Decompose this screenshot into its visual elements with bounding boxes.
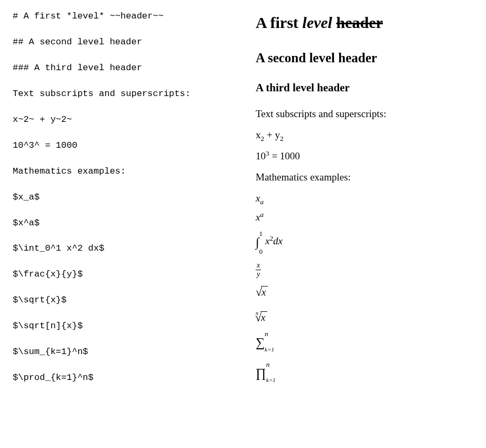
- src-line: $\int_0^1 x^2 dx$: [13, 243, 230, 255]
- limit-lower: k=1: [266, 377, 276, 383]
- nth-root: n √ x: [256, 311, 267, 323]
- src-line: # A first *level* ~~header~~: [13, 11, 230, 23]
- limit-lower: k=1: [265, 346, 274, 352]
- math-nth-root: n √ x: [256, 306, 473, 323]
- var-y: y: [275, 129, 280, 140]
- subscript-example: x2 + y2: [256, 129, 473, 141]
- var-x: x: [256, 129, 261, 140]
- pi-icon: ∏: [256, 367, 266, 379]
- numerator: x: [256, 261, 261, 270]
- src-line: Text subscripts and superscripts:: [13, 88, 230, 100]
- math-sqrt: √ x: [256, 286, 473, 299]
- plus: +: [264, 129, 275, 140]
- h1-strike: header: [336, 14, 382, 31]
- paragraph: Mathematics examples:: [256, 171, 473, 183]
- src-line: $\sqrt{x}$: [13, 294, 230, 307]
- radicand: x: [261, 286, 267, 298]
- src-line: Mathematics examples:: [13, 166, 230, 178]
- square-root: √ x: [256, 286, 268, 298]
- prod-limits: nk=1: [266, 361, 276, 385]
- markdown-source-pane: # A first *level* ~~header~~ ## A second…: [0, 0, 243, 448]
- src-line: x~2~ + y~2~: [13, 114, 230, 126]
- sub-a: a: [260, 198, 264, 206]
- rendered-output-pane: A first level header A second level head…: [243, 0, 486, 448]
- radicand: x: [260, 311, 267, 323]
- integral-icon: ∫: [256, 236, 259, 249]
- paragraph: Text subscripts and superscripts:: [256, 108, 473, 120]
- base-10: 10: [256, 150, 266, 161]
- sub-2: 2: [280, 135, 284, 142]
- sigma-icon: ∑: [256, 336, 265, 349]
- src-line: $x_a$: [13, 192, 230, 204]
- sup-a: a: [260, 211, 264, 218]
- src-line: $x^a$: [13, 217, 230, 230]
- denominator: y: [256, 270, 261, 279]
- h1-italic: level: [302, 14, 332, 31]
- sum-limits: nk=1: [265, 331, 274, 354]
- heading-3: A third level header: [256, 81, 473, 94]
- math-integral: ∫10 x2dx: [256, 231, 473, 254]
- sup-3: 3: [266, 149, 269, 157]
- math-summation: ∑nk=1: [256, 331, 473, 354]
- src-line: $\sqrt[n]{x}$: [13, 320, 230, 332]
- limit-upper: n: [266, 360, 270, 368]
- limit-upper: n: [265, 330, 268, 338]
- math-fraction: x y: [256, 261, 473, 279]
- integrand-x: x: [263, 235, 269, 246]
- superscript-example: 103 = 1000: [256, 150, 473, 162]
- math-x-sub-a: xa: [256, 193, 473, 204]
- math-product: ∏nk=1: [256, 361, 473, 385]
- h1-text: A first: [256, 14, 302, 31]
- src-line: ## A second level header: [13, 36, 230, 49]
- fraction: x y: [256, 261, 261, 279]
- heading-1: A first level header: [256, 14, 473, 32]
- src-line: 10^3^ = 1000: [13, 140, 230, 152]
- src-line: $\frac{x}{y}$: [13, 269, 230, 281]
- integrand-dx: dx: [273, 235, 283, 246]
- limit-lower: 0: [259, 247, 263, 255]
- equals-1000: = 1000: [269, 150, 300, 161]
- src-line: $\prod_{k=1}^n$: [13, 372, 230, 384]
- heading-2: A second level header: [256, 51, 473, 65]
- math-x-sup-a: xa: [256, 212, 473, 223]
- src-line: $\sum_{k=1}^n$: [13, 346, 230, 358]
- src-line: ### A third level header: [13, 62, 230, 74]
